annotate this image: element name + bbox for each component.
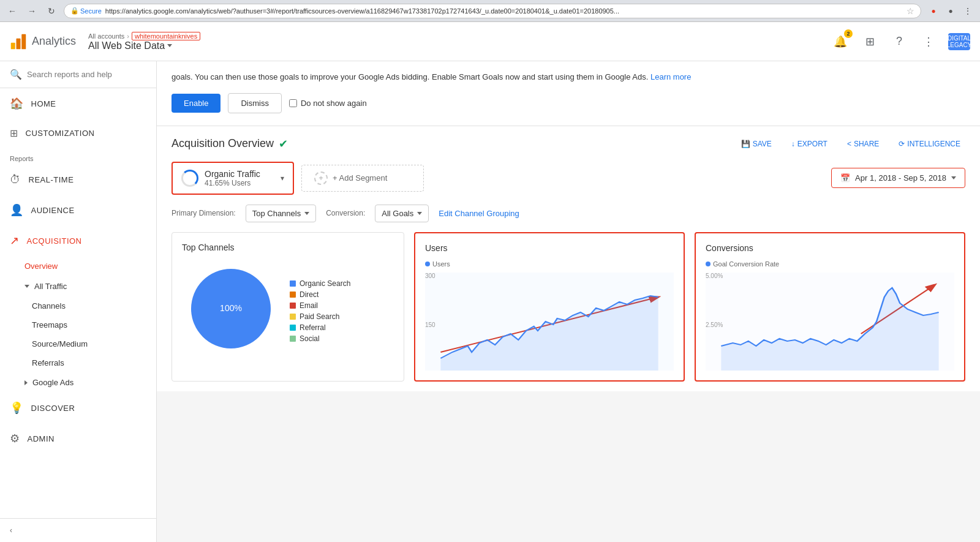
segment-circle-icon [181,170,198,187]
legend-dot-direct [290,292,296,298]
legend-dot-social [290,336,296,342]
legend-dot-referral [290,325,296,331]
property-name[interactable]: All Web Site Data [88,40,200,51]
analytics-logo-icon [10,33,27,50]
search-input[interactable] [27,70,146,79]
chrome-menu2[interactable]: ● [943,4,958,18]
url-text: https://analytics.google.com/analytics/w… [105,7,619,15]
segments-row: Organic Traffic 41.65% Users ▾ + + Add S… [172,162,965,195]
app-name: Analytics [32,35,76,48]
organic-traffic-segment[interactable]: Organic Traffic 41.65% Users ▾ [172,162,294,195]
export-icon: ↓ [791,140,795,148]
grid-icon[interactable]: ⊞ [860,32,880,51]
property-dropdown-icon [167,44,172,47]
legend-organic-search: Organic Search [290,279,350,288]
customization-label: CUSTOMIZATION [26,129,95,138]
primary-dimension-label: Primary Dimension: [172,209,236,217]
date-range-selector[interactable]: 📅 Apr 1, 2018 - Sep 5, 2018 [831,168,965,188]
enable-button[interactable]: Enable [172,94,221,113]
main-layout: 🔍 🏠 HOME ⊞ CUSTOMIZATION Reports ⏱ REAL-… [0,61,980,542]
sidebar-item-google-ads[interactable]: Google Ads [0,372,156,393]
add-segment-circle-icon: + [314,171,328,185]
conversions-svg-chart [706,273,954,371]
ga-header: Analytics All accounts › whitemountainkn… [0,22,980,61]
users-line-chart: 300 150 [425,273,674,371]
secure-badge: 🔒 Secure [70,7,102,15]
sidebar-collapse-button[interactable]: ‹ [0,518,156,542]
dismiss-button[interactable]: Dismiss [228,93,282,113]
segment-pct: 41.65% Users [205,179,274,187]
chrome-actions: ● ● ⋮ [926,4,975,18]
star-icon[interactable]: ☆ [907,6,914,16]
more-options-icon[interactable]: ⋮ [919,32,938,51]
help-icon[interactable]: ? [889,32,909,51]
sidebar-item-home[interactable]: 🏠 HOME [0,88,156,119]
users-chart-card: Users Users 300 150 [414,232,685,382]
segment-info: Organic Traffic 41.65% Users [205,169,274,187]
users-chart-title: Users [425,243,674,253]
chrome-bar: ← → ↻ 🔒 Secure https://analytics.google.… [0,0,980,22]
address-bar[interactable]: 🔒 Secure https://analytics.google.com/an… [64,4,921,18]
banner-text: goals. You can then use those goals to i… [172,71,965,83]
charts-section: Top Channels 100% Organic Search [172,232,965,382]
svg-rect-2 [21,34,26,49]
save-button[interactable]: 💾 SAVE [736,136,777,152]
legend-label-social: Social [300,334,320,343]
notification-bell[interactable]: 🔔 2 [831,32,850,51]
sidebar-item-treemaps[interactable]: Treemaps [0,315,156,334]
sidebar-item-acquisition[interactable]: ↗ ACQUISITION [0,225,156,256]
sidebar-item-customization[interactable]: ⊞ CUSTOMIZATION [0,119,156,148]
verified-icon: ✔ [279,137,288,151]
back-button[interactable]: ← [5,4,20,18]
all-goals-dropdown[interactable]: All Goals [375,205,429,222]
admin-icon: ⚙ [10,432,20,445]
legend-dot-paid [290,314,296,320]
svg-rect-1 [17,38,21,49]
date-range-dropdown-icon [951,176,956,179]
sidebar-item-referrals[interactable]: Referrals [0,353,156,372]
conversions-line-chart: 5.00% 2.50% [706,273,954,371]
learn-more-link[interactable]: Learn more [650,72,691,81]
sidebar-item-audience[interactable]: 👤 AUDIENCE [0,195,156,225]
google-ads-expand-icon [24,380,28,385]
home-icon: 🏠 [10,97,24,110]
edit-channel-grouping-button[interactable]: Edit Channel Grouping [439,209,519,218]
chrome-menu[interactable]: ● [926,4,941,18]
account-name-badge[interactable]: whitemountainknives [132,32,200,40]
audience-icon: 👤 [10,203,24,217]
calendar-icon: 📅 [840,173,850,183]
sidebar-item-discover[interactable]: 💡 DISCOVER [0,393,156,423]
legend-label-direct: Direct [300,290,318,299]
sidebar-item-all-traffic[interactable]: All Traffic [0,276,156,296]
reload-button[interactable]: ↻ [44,4,59,18]
user-avatar[interactable]: DIGITALLEGACY [948,33,970,50]
search-icon: 🔍 [10,69,22,80]
top-channels-dropdown[interactable]: Top Channels [246,205,317,222]
legend-social: Social [290,334,350,343]
sidebar-item-admin[interactable]: ⚙ ADMIN [0,423,156,454]
sidebar-item-channels[interactable]: Channels [0,296,156,315]
acq-title: Acquisition Overview ✔ [172,137,288,151]
sidebar-item-source-medium[interactable]: Source/Medium [0,334,156,353]
share-button[interactable]: < SHARE [842,136,884,152]
legend-dot-organic [290,280,296,287]
all-goals-dropdown-icon [417,212,422,215]
chrome-more[interactable]: ⋮ [960,4,975,18]
intelligence-icon: ⟳ [899,140,905,148]
export-button[interactable]: ↓ EXPORT [786,136,832,152]
add-segment-button[interactable]: + + Add Segment [301,165,424,192]
conversion-label: Conversion: [326,209,365,217]
users-legend-dot [425,262,430,266]
no-show-checkbox[interactable] [289,99,297,107]
conversions-chart-legend: Goal Conversion Rate [706,260,954,268]
users-y-top: 300 [425,273,435,279]
legend-dot-email [290,303,296,309]
intelligence-button[interactable]: ⟳ INTELLIGENCE [894,136,965,152]
sidebar-item-overview[interactable]: Overview [0,256,156,276]
legend-referral: Referral [290,323,350,332]
smart-goals-banner: goals. You can then use those goals to i… [157,61,980,126]
sidebar-item-realtime[interactable]: ⏱ REAL-TIME [0,165,156,195]
no-show-label[interactable]: Do not show again [289,99,367,108]
forward-button[interactable]: → [24,4,39,18]
discover-icon: 💡 [10,401,24,415]
